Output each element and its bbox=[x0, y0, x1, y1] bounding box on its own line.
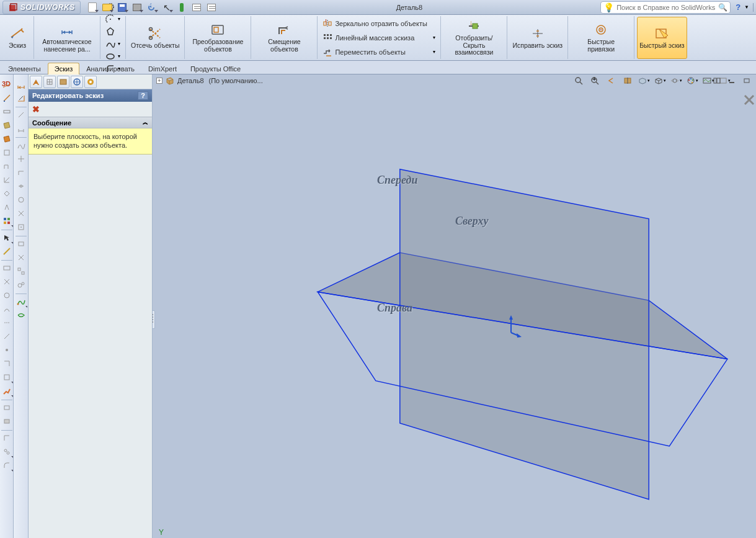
section-view-button[interactable] bbox=[621, 74, 634, 87]
sketch-button[interactable]: Эскиз bbox=[4, 17, 31, 59]
viewport[interactable]: + Деталь8 (По умолчанию... + ▾ ▾ ▾ ▾ ▾ ▾ bbox=[153, 74, 756, 538]
3d-sketch-tool[interactable]: 3D bbox=[1, 78, 13, 91]
tool-g-6[interactable] bbox=[15, 251, 27, 264]
3d-scene[interactable]: Спереди Сверху Справа bbox=[153, 91, 756, 538]
tab-office[interactable]: Продукты Office bbox=[184, 63, 247, 74]
properties-button[interactable] bbox=[205, 1, 218, 14]
tool-g-5[interactable] bbox=[15, 238, 27, 250]
select-button[interactable]: ↖ bbox=[160, 1, 174, 14]
fm-tab-2[interactable] bbox=[43, 76, 56, 88]
line-tool-2[interactable] bbox=[15, 109, 27, 121]
tool-gray-13[interactable] bbox=[1, 357, 13, 370]
tool-g-1[interactable] bbox=[15, 166, 27, 179]
splitter-handle[interactable] bbox=[153, 310, 155, 329]
tool-gray-1[interactable] bbox=[1, 146, 13, 159]
tool-g-2[interactable] bbox=[15, 180, 27, 192]
sketch-tool-1[interactable] bbox=[1, 92, 13, 104]
tool-gray-19[interactable] bbox=[1, 459, 13, 472]
tool-gray-3[interactable] bbox=[1, 174, 13, 186]
mirror-button[interactable]: !Зеркально отразить объекты bbox=[321, 17, 437, 30]
help-icon[interactable]: ? bbox=[736, 2, 740, 12]
tool-gray-14[interactable] bbox=[1, 371, 13, 383]
surface-tool-1[interactable] bbox=[1, 119, 13, 132]
surface-tool-2[interactable] bbox=[1, 133, 13, 145]
tab-dimxpert[interactable]: DimXpert bbox=[141, 63, 184, 74]
fm-tab-3[interactable] bbox=[57, 76, 69, 88]
arc-tool[interactable]: ▾ bbox=[104, 13, 122, 25]
tool-palette-1[interactable] bbox=[1, 215, 13, 227]
tool-green-1[interactable] bbox=[15, 309, 27, 321]
expand-fm-button[interactable] bbox=[710, 74, 724, 87]
display-style-button[interactable]: ▾ bbox=[653, 74, 667, 87]
tool-cursor[interactable] bbox=[1, 231, 13, 244]
tab-evaluate[interactable]: Анализировать bbox=[79, 63, 141, 74]
restore-window-button[interactable] bbox=[740, 74, 754, 87]
tool-gold-1[interactable] bbox=[1, 245, 13, 258]
zoom-area-button[interactable]: + bbox=[589, 74, 602, 87]
convert-button[interactable]: Преобразование объектов bbox=[187, 17, 248, 59]
options-button[interactable] bbox=[190, 1, 203, 14]
zoom-fit-button[interactable] bbox=[572, 74, 586, 87]
save-button[interactable] bbox=[115, 1, 129, 14]
dimension-tool-2[interactable] bbox=[15, 92, 27, 104]
help-button-panel[interactable]: ? bbox=[138, 91, 148, 100]
tool-gray-15[interactable] bbox=[1, 401, 13, 414]
tool-gray-4[interactable] bbox=[1, 187, 13, 200]
collapse-icon[interactable]: ︽ bbox=[143, 119, 148, 127]
fm-tab-1[interactable] bbox=[30, 76, 42, 88]
minimize-window-button[interactable] bbox=[725, 74, 739, 87]
measure-tool[interactable] bbox=[1, 105, 13, 118]
rapid-sketch-button[interactable]: Быстрый эскиз bbox=[637, 17, 687, 59]
move-button[interactable]: Переместить объекты▾ bbox=[321, 46, 437, 58]
tool-g-4[interactable] bbox=[15, 221, 27, 233]
tool-gray-8[interactable] bbox=[1, 289, 13, 302]
dim-tool-gray[interactable] bbox=[15, 122, 27, 135]
undo-button[interactable] bbox=[145, 1, 159, 14]
rebuild-button[interactable] bbox=[175, 1, 189, 14]
origin-marker[interactable] bbox=[505, 314, 523, 339]
open-button[interactable] bbox=[100, 1, 114, 14]
help-search[interactable]: 💡 🔍 bbox=[600, 1, 731, 14]
show-hide-button[interactable]: ↓ Отобразить/Скрыть взаимосвязи bbox=[443, 17, 504, 59]
tool-gray-7[interactable] bbox=[1, 276, 13, 288]
tool-gray-5[interactable] bbox=[1, 201, 13, 213]
offset-button[interactable]: Смещение объектов bbox=[254, 17, 314, 59]
smart-dimension-button[interactable]: Автоматическое нанесение ра... bbox=[37, 17, 97, 59]
appearance-button[interactable]: ▾ bbox=[685, 74, 699, 87]
point-tool-2[interactable] bbox=[15, 153, 27, 165]
tool-g-8[interactable] bbox=[15, 279, 27, 291]
tool-green-spline[interactable] bbox=[15, 295, 27, 308]
fm-tab-4[interactable] bbox=[71, 76, 83, 88]
prev-view-button[interactable] bbox=[605, 74, 618, 87]
tool-g-7[interactable] bbox=[15, 265, 27, 277]
tool-orange-1[interactable] bbox=[1, 385, 13, 397]
tool-gray-12[interactable] bbox=[1, 344, 13, 356]
trim-button[interactable]: Отсечь объекты bbox=[128, 17, 182, 59]
tool-gray-18[interactable] bbox=[1, 446, 13, 458]
spline-tool[interactable]: ▾ bbox=[104, 38, 122, 50]
tool-gray-6[interactable] bbox=[1, 262, 13, 274]
tool-gray-2[interactable] bbox=[1, 160, 13, 173]
spline-tool-2[interactable] bbox=[15, 139, 27, 151]
cancel-icon[interactable]: ✖ bbox=[32, 104, 40, 114]
print-button[interactable] bbox=[130, 1, 144, 14]
message-header[interactable]: Сообщение ︽ bbox=[29, 117, 152, 128]
tool-g-3[interactable] bbox=[15, 207, 27, 220]
linear-pattern-button[interactable]: Линейный массив эскиза▾ bbox=[321, 32, 437, 44]
polygon-tool[interactable] bbox=[104, 25, 122, 38]
repair-button[interactable]: Исправить эскиз bbox=[510, 17, 565, 59]
tool-gray-11[interactable] bbox=[1, 330, 13, 343]
dimension-tool-1[interactable] bbox=[15, 78, 27, 91]
fm-tab-5[interactable] bbox=[84, 76, 97, 88]
help-dropdown-icon[interactable]: ▼ bbox=[744, 4, 749, 10]
new-button[interactable] bbox=[86, 1, 99, 14]
tool-gray-9[interactable] bbox=[1, 303, 13, 315]
tab-features[interactable]: Элементы bbox=[1, 63, 48, 74]
ellipse-tool[interactable]: ▾ bbox=[104, 50, 122, 63]
quick-snaps-button[interactable]: Быстрые привязки bbox=[571, 17, 631, 59]
tool-gray-16[interactable] bbox=[1, 415, 13, 428]
tab-sketch[interactable]: Эскиз bbox=[48, 63, 79, 74]
logo[interactable]: SOLIDWORKS bbox=[2, 1, 81, 14]
tool-gray-17[interactable] bbox=[1, 432, 13, 444]
circle-tool-2[interactable] bbox=[15, 194, 27, 206]
